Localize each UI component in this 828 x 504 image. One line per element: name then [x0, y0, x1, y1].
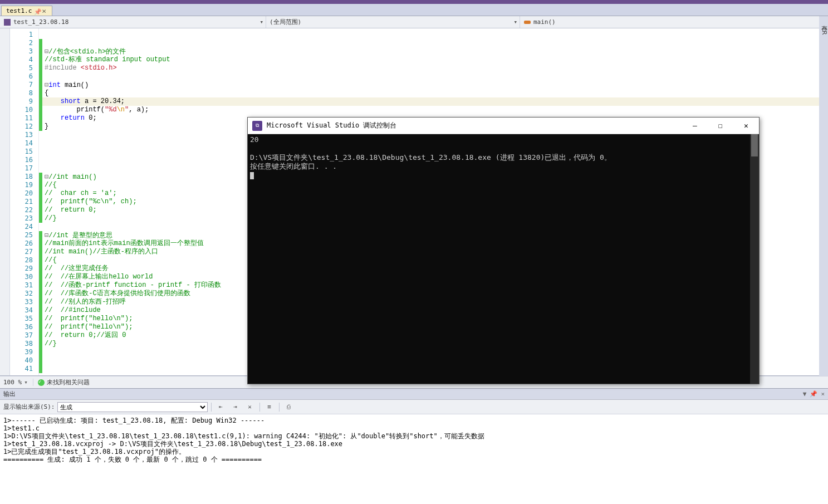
goto-next-icon[interactable]: ⇥	[229, 402, 242, 413]
nav-member-dropdown[interactable]: main() ▾	[520, 16, 828, 28]
output-source-label: 显示输出来源(S):	[3, 403, 55, 411]
issues-label: 未找到相关问题	[47, 378, 90, 386]
side-panel-tab[interactable]: CR	[819, 27, 828, 35]
file-tab-active[interactable]: test1.c 📌 ×	[1, 6, 52, 16]
scrollbar-thumb[interactable]	[751, 134, 758, 156]
dropdown-icon[interactable]: ▼	[803, 390, 807, 398]
chevron-down-icon: ▾	[24, 379, 28, 386]
svg-rect-0	[4, 19, 11, 26]
line-number-gutter: 1234567891011121314151617181920212223242…	[10, 28, 39, 375]
console-scrollbar[interactable]	[750, 134, 759, 384]
toggle-log-icon[interactable]: ⎙	[283, 402, 295, 413]
pin-icon[interactable]: 📌	[810, 390, 817, 398]
nav-project-label: test_1_23.08.18	[13, 18, 68, 26]
nav-scope-dropdown[interactable]: (全局范围) ▾	[266, 16, 520, 28]
output-panel-header[interactable]: 输出 ▼ 📌 ×	[0, 389, 828, 400]
console-titlebar[interactable]: ⧉ Microsoft Visual Studio 调试控制台 — ☐ ✕	[248, 118, 759, 134]
document-tab-strip: test1.c 📌 ×	[0, 4, 828, 16]
nav-member-label: main()	[533, 18, 556, 26]
output-toolbar: 显示输出来源(S): 生成 ⇤ ⇥ ✕ ≡ ⎙	[0, 400, 828, 414]
debug-console-window: ⧉ Microsoft Visual Studio 调试控制台 — ☐ ✕ 20…	[247, 117, 760, 384]
output-panel: 输出 ▼ 📌 × 显示输出来源(S): 生成 ⇤ ⇥ ✕ ≡ ⎙ 1>-----…	[0, 388, 828, 504]
separator	[279, 403, 280, 412]
console-title-text: Microsoft Visual Studio 调试控制台	[267, 121, 396, 130]
separator	[259, 403, 260, 412]
output-source-select[interactable]: 生成	[57, 402, 208, 412]
chevron-down-icon: ▾	[259, 18, 263, 26]
zoom-dropdown[interactable]: 100 % ▾	[0, 379, 33, 386]
minimize-button[interactable]: —	[682, 118, 708, 134]
maximize-button[interactable]: ☐	[708, 118, 733, 134]
close-icon[interactable]: ×	[821, 390, 825, 398]
check-circle-icon	[38, 379, 45, 386]
output-title: 输出	[3, 390, 16, 398]
close-button[interactable]: ✕	[733, 118, 759, 134]
issues-indicator[interactable]: 未找到相关问题	[33, 378, 90, 386]
close-tab-icon[interactable]: ×	[42, 8, 47, 14]
vs-icon: ⧉	[252, 121, 262, 131]
pin-icon[interactable]: 📌	[34, 8, 40, 14]
chevron-down-icon: ▾	[513, 18, 517, 26]
breakpoint-margin[interactable]	[0, 28, 10, 375]
menu-bar-placeholder	[0, 0, 828, 4]
separator	[211, 403, 212, 412]
project-icon	[3, 18, 11, 26]
clear-icon[interactable]: ✕	[244, 402, 256, 413]
navigation-bar: test_1_23.08.18 ▾ (全局范围) ▾ main() ▾	[0, 16, 828, 28]
output-text[interactable]: 1>------ 已启动生成: 项目: test_1_23.08.18, 配置:…	[0, 414, 828, 504]
svg-rect-1	[524, 21, 531, 24]
goto-prev-icon[interactable]: ⇤	[215, 402, 227, 413]
collapsed-side-panels[interactable]: 存 CR	[819, 16, 828, 376]
nav-project-dropdown[interactable]: test_1_23.08.18 ▾	[0, 16, 266, 28]
toggle-wrap-icon[interactable]: ≡	[263, 402, 276, 413]
nav-scope-label: (全局范围)	[270, 18, 301, 26]
console-output[interactable]: 20 D:\VS项目文件夹\test_1_23.08.18\Debug\test…	[248, 134, 759, 384]
method-icon	[523, 18, 531, 26]
tab-label: test1.c	[6, 7, 32, 14]
zoom-label: 100 %	[3, 379, 22, 386]
